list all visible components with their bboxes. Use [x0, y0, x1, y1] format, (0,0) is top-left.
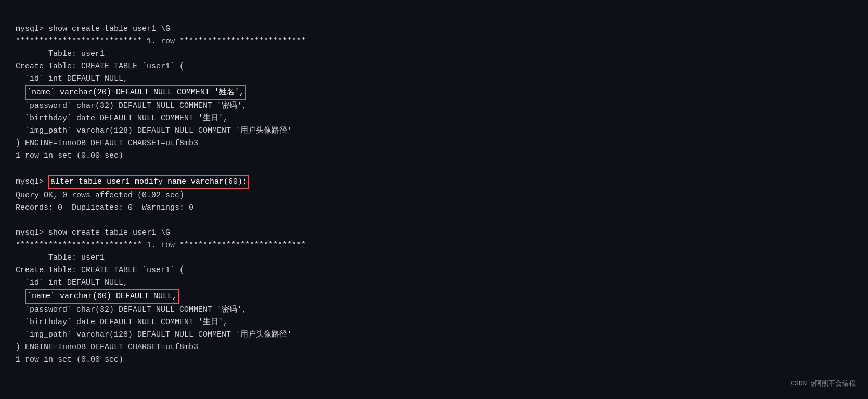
- highlighted-code: `name` varchar(20) DEFAULT NULL COMMENT …: [25, 85, 246, 100]
- terminal-line: Create Table: CREATE TABLE `user1` (: [16, 264, 852, 277]
- terminal-line: [16, 214, 852, 227]
- terminal-line: *************************** 1. row *****…: [16, 35, 852, 48]
- terminal-line: `name` varchar(60) DEFAULT NULL,: [16, 289, 852, 304]
- terminal-line: Records: 0 Duplicates: 0 Warnings: 0: [16, 202, 852, 214]
- terminal-line: `id` int DEFAULT NULL,: [16, 73, 852, 85]
- terminal-line: ) ENGINE=InnoDB DEFAULT CHARSET=utf8mb3: [16, 341, 852, 354]
- terminal-line: `img_path` varchar(128) DEFAULT NULL COM…: [16, 125, 852, 137]
- terminal-line: `password` char(32) DEFAULT NULL COMMENT…: [16, 304, 852, 316]
- terminal-output: mysql> show create table user1 \G*******…: [16, 10, 852, 366]
- terminal-line: `name` varchar(20) DEFAULT NULL COMMENT …: [16, 85, 852, 100]
- highlighted-code: `name` varchar(60) DEFAULT NULL,: [25, 289, 179, 304]
- terminal-line: Table: user1: [16, 252, 852, 264]
- terminal-line: 1 row in set (0.00 sec): [16, 150, 852, 162]
- terminal-line: Table: user1: [16, 48, 852, 60]
- terminal-line: `birthday` date DEFAULT NULL COMMENT '生日…: [16, 316, 852, 329]
- terminal-line: mysql> show create table user1 \G: [16, 227, 852, 239]
- watermark: CSDN @阿熊不会编程: [791, 379, 856, 390]
- terminal-line: mysql> show create table user1 \G: [16, 23, 852, 35]
- terminal-line: mysql> alter table user1 modify name var…: [16, 175, 852, 189]
- terminal-line: ) ENGINE=InnoDB DEFAULT CHARSET=utf8mb3: [16, 137, 852, 150]
- terminal-line: `img_path` varchar(128) DEFAULT NULL COM…: [16, 329, 852, 341]
- highlighted-command: alter table user1 modify name varchar(60…: [48, 175, 249, 189]
- terminal-line: [16, 162, 852, 175]
- terminal-line: Query OK, 0 rows affected (0.02 sec): [16, 189, 852, 202]
- terminal-line: Create Table: CREATE TABLE `user1` (: [16, 60, 852, 73]
- terminal-line: `password` char(32) DEFAULT NULL COMMENT…: [16, 100, 852, 112]
- terminal-line: `birthday` date DEFAULT NULL COMMENT '生日…: [16, 112, 852, 125]
- terminal-line: *************************** 1. row *****…: [16, 239, 852, 252]
- terminal-line: 1 row in set (0.00 sec): [16, 354, 852, 366]
- terminal-line: `id` int DEFAULT NULL,: [16, 277, 852, 289]
